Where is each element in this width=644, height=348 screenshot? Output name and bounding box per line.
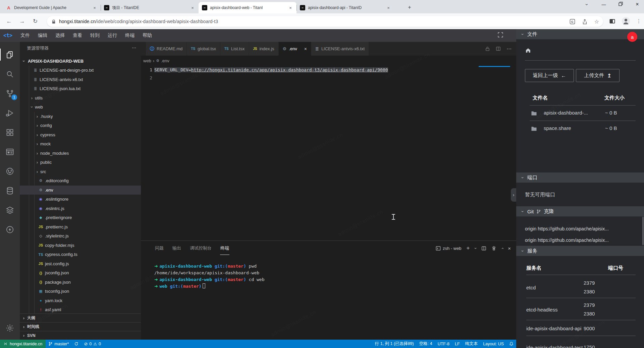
status-item[interactable]: Layout: US xyxy=(480,340,506,348)
extensions-icon[interactable] xyxy=(0,124,20,140)
notifications-bell-icon[interactable] xyxy=(506,340,516,348)
code-editor[interactable]: 1 SERVE_URL_DEV=http://hongxi.titanide.c… xyxy=(141,66,516,240)
window-close-icon[interactable]: × xyxy=(633,1,642,7)
tree-item-config[interactable]: ›config xyxy=(20,121,141,130)
tree-item-.husky[interactable]: ›.husky xyxy=(20,112,141,121)
editor-tab-LICENSE-antvis-x6.txt[interactable]: ≣LICENSE-antvis-x6.txt xyxy=(311,42,369,56)
tree-item-package.json[interactable]: {}package.json xyxy=(20,278,141,287)
browser-menu-icon[interactable]: ⋮ xyxy=(636,18,641,24)
service-row-etcd[interactable]: etcd23792380 xyxy=(516,277,644,298)
database-icon[interactable] xyxy=(0,183,20,199)
browser-tab[interactable]: ADevelopment Guide | Apache× xyxy=(3,2,101,13)
files-section-header[interactable]: › 文件 xyxy=(516,29,644,40)
trash-icon[interactable] xyxy=(491,246,496,251)
split-terminal-icon[interactable] xyxy=(481,246,486,251)
browser-tab[interactable]: ‹›apisix-dashboard-web - TitanI× xyxy=(199,2,297,13)
status-item[interactable]: 空格: 4 xyxy=(417,340,435,348)
close-icon[interactable]: × xyxy=(386,5,391,10)
upload-file-button[interactable]: 上传文件↥ xyxy=(576,69,620,82)
problems-status[interactable]: ⊘ 0 ⚠ 0 xyxy=(81,340,104,348)
close-icon[interactable]: × xyxy=(190,5,195,10)
tree-item-jsconfig.json[interactable]: {}jsconfig.json xyxy=(20,268,141,278)
service-row-etcd-headless[interactable]: etcd-headless23792380 xyxy=(516,299,644,320)
shell-selector[interactable]: zsh - web xyxy=(436,246,462,251)
panel-tab-调试控制台[interactable]: 调试控制台 xyxy=(190,241,212,256)
tree-item-jest.config.js[interactable]: JSjest.config.js xyxy=(20,259,141,269)
git-section-header[interactable]: › Git 克隆 xyxy=(516,206,644,217)
terminal-dropdown-icon[interactable]: › xyxy=(473,248,478,249)
editor-tab-List.tsx[interactable]: TSList.tsx xyxy=(220,42,249,56)
split-editor-icon[interactable] xyxy=(496,46,501,51)
tree-item-LICENSE-ant-design-pro.txt[interactable]: ≣LICENSE-ant-design-pro.txt xyxy=(20,66,141,75)
menu-item-选择[interactable]: 选择 xyxy=(51,32,69,39)
tree-item-LICENSE-json.lua.txt[interactable]: ≣LICENSE-json.lua.txt xyxy=(20,84,141,93)
new-terminal-icon[interactable]: + xyxy=(467,245,470,252)
explorer-icon[interactable] xyxy=(0,47,20,63)
menu-item-运行[interactable]: 运行 xyxy=(104,32,121,39)
user-avatar[interactable]: a xyxy=(627,32,637,42)
tree-item-LICENSE-antvis-x6.txt[interactable]: ≣LICENSE-antvis-x6.txt xyxy=(20,75,141,84)
tree-item-.eslintrc.js[interactable]: ◉.eslintrc.js xyxy=(20,204,141,213)
service-row-ide-apisix-dashboard-api[interactable]: ide-apisix-dashboard-api9000 xyxy=(516,321,644,336)
unlock-icon[interactable] xyxy=(485,46,490,51)
tree-item-cypress.config.ts[interactable]: TScypress.config.ts xyxy=(20,250,141,259)
window-minimize-icon[interactable]: — xyxy=(599,2,608,7)
tree-item-copy-folder.mjs[interactable]: JScopy-folder.mjs xyxy=(20,241,141,250)
menu-item-查看[interactable]: 查看 xyxy=(69,32,86,39)
thunder-icon[interactable] xyxy=(0,221,20,237)
run-debug-icon[interactable] xyxy=(0,105,20,121)
reload-icon[interactable]: ↻ xyxy=(31,17,40,26)
file-row-apisix-dashboard-...[interactable]: apisix-dashboard-...~ 0 B xyxy=(516,109,644,119)
tree-item-mock[interactable]: ›mock xyxy=(20,139,141,149)
maximize-panel-icon[interactable]: › xyxy=(500,248,505,249)
status-item[interactable]: 纯文本 xyxy=(463,340,481,348)
sidebar-section-大纲[interactable]: ›大纲 xyxy=(20,314,141,322)
sidebar-section-时间线[interactable]: ›时间线 xyxy=(20,322,141,331)
status-item[interactable]: 行 1, 列 1 (已选择89) xyxy=(372,340,417,348)
tree-item-asf.yaml[interactable]: !asf.yaml xyxy=(20,305,141,314)
close-icon[interactable]: × xyxy=(304,46,307,52)
tree-item-.env[interactable]: ⚙.env xyxy=(20,186,141,195)
ports-section-header[interactable]: › 端口 xyxy=(516,172,644,183)
layers-icon[interactable] xyxy=(0,202,20,218)
share-icon[interactable] xyxy=(582,19,588,24)
sidebar-icon[interactable] xyxy=(609,18,615,24)
forward-icon[interactable]: → xyxy=(18,17,26,26)
explorer-root-folder[interactable]: › APISIX-DASHBOARD-WEB xyxy=(20,57,141,66)
menu-item-帮助[interactable]: 帮助 xyxy=(139,32,156,39)
git-branch-status[interactable]: master* xyxy=(46,340,71,348)
sync-button[interactable] xyxy=(71,340,81,348)
window-restore-icon[interactable] xyxy=(616,2,625,7)
tree-item-.editorconfig[interactable]: ⚙.editorconfig xyxy=(20,176,141,186)
breadcrumb[interactable]: web › ⚙ .env xyxy=(141,56,516,66)
back-icon[interactable]: ← xyxy=(5,17,13,26)
bookmark-star-icon[interactable]: ☆ xyxy=(594,18,599,25)
preview-window-icon[interactable] xyxy=(0,144,20,160)
panel-toggle-handle[interactable]: › xyxy=(511,188,516,202)
source-control-icon[interactable]: 1 xyxy=(0,85,20,101)
close-icon[interactable]: × xyxy=(92,5,97,10)
address-bar[interactable]: hongxi.titanide.cn/ide/web/coding/apisix… xyxy=(47,16,603,27)
translate-icon[interactable]: G xyxy=(570,19,575,24)
tree-item-web[interactable]: ›web xyxy=(20,102,141,112)
browser-tab[interactable]: ‹›apisix-dashboard-api - TitanID× xyxy=(297,2,394,13)
browser-tab[interactable]: ‹›项目 - TitanIDE× xyxy=(101,2,199,13)
editor-more-icon[interactable]: ⋯ xyxy=(506,46,512,52)
close-icon[interactable]: × xyxy=(288,5,293,10)
scrollbar-thumb[interactable] xyxy=(642,217,644,245)
menu-item-转到[interactable]: 转到 xyxy=(86,32,104,39)
sidebar-section-SVN[interactable]: ›SVN xyxy=(20,331,141,340)
panel-tab-终端[interactable]: 终端 xyxy=(220,241,229,256)
editor-tab-global.tsx[interactable]: TSglobal.tsx xyxy=(187,42,220,56)
close-panel-icon[interactable]: × xyxy=(508,246,511,251)
tree-item-.eslintignore[interactable]: ◉.eslintignore xyxy=(20,195,141,204)
file-row-space.share[interactable]: space.share~ 0 B xyxy=(516,124,644,134)
services-section-header[interactable]: › 服务 xyxy=(516,246,644,256)
search-icon[interactable] xyxy=(0,66,20,82)
service-row-ide-apisix-dashboard-test[interactable]: ide-apisix-dashboard-test1750 xyxy=(516,337,644,348)
new-tab-button[interactable]: + xyxy=(406,4,413,11)
editor-tab-README.md[interactable]: ⓘREADME.md xyxy=(146,42,187,56)
go-up-button[interactable]: 返回上一级← xyxy=(525,69,574,82)
fullscreen-icon[interactable] xyxy=(497,32,503,39)
tree-item-tsconfig.json[interactable]: ▦tsconfig.json xyxy=(20,287,141,296)
